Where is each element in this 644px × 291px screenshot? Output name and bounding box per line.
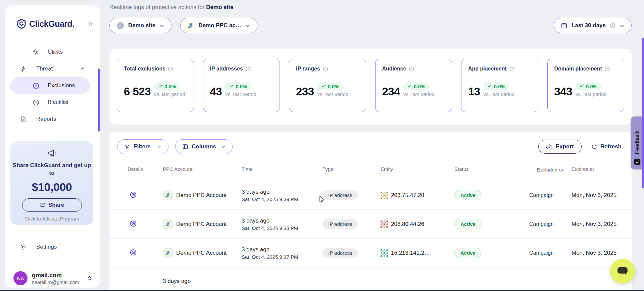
columns-icon [182,144,188,150]
refresh-button[interactable]: Refresh [591,143,622,150]
expires-at-value: Mon, Nov 3, 2025 [567,192,624,199]
chat-launcher-button[interactable] [610,259,635,284]
help-circle-icon[interactable] [409,66,414,72]
help-circle-icon[interactable] [323,66,328,72]
stat-caption: vs. last period [576,91,607,97]
column-header-time: Time [242,166,323,172]
sidebar-item-exclusions[interactable]: Exclusions [10,77,90,94]
globe-icon [116,22,124,30]
view-details-eye-icon[interactable] [130,191,137,198]
stat-value: 6 523 [124,86,151,97]
page-scrollbar[interactable] [642,38,644,188]
stat-card: IP ranges 233 0.0% [289,59,366,112]
ppc-account-selector[interactable]: Demo PPC ac… [180,18,257,33]
account-email: naatali.ro@gmail.com [32,280,87,285]
promo-text: Share ClickGuard and get up to [10,162,93,177]
table-row[interactable]: 3 days ago [109,268,632,290]
scope-filter-bar: Demo site Demo PPC ac… Last 30 days [109,18,632,33]
site-selector-value: Demo site [128,22,155,29]
table-row[interactable]: Demo PPC Account 3 days ago Sat, Oct 4, … [109,239,632,268]
stat-value: 13 [468,86,480,97]
stat-label: IP addresses [210,66,243,72]
entity-identicon [381,221,388,228]
sidebar-item-settings[interactable]: Settings [5,239,100,255]
help-circle-icon[interactable] [168,66,174,72]
stat-value: 234 [382,86,400,97]
sidebar-nav: Clicks Threat Exclusions [5,44,100,128]
ppc-account-name: Demo PPC Account [176,221,227,228]
share-button[interactable]: Share [22,198,82,212]
help-circle-icon[interactable] [509,66,515,72]
help-circle-icon[interactable] [245,66,251,72]
filters-button[interactable]: Filters [117,139,168,154]
status-badge: Active [454,248,482,258]
stat-delta-badge: 0.0% [154,83,180,90]
external-link-icon [40,202,45,208]
sidebar-item-threat[interactable]: Threat [5,60,100,77]
time-relative: 3 days ago [242,246,323,253]
entity-identicon [381,192,388,199]
chevron-up-down-icon[interactable] [87,275,93,282]
sidebar-item-clicks[interactable]: Clicks [5,44,100,60]
excluded-on-value: Campaign [524,192,567,198]
time-relative: 3 days ago [242,217,323,224]
stat-card: Domain placement 343 0.0% [547,59,625,112]
table-row[interactable]: Demo PPC Account 3 days ago Sat, Oct 4, … [109,181,632,210]
export-button[interactable]: Export [538,140,582,154]
trend-up-icon [321,84,326,89]
column-header-entity: Entity [381,166,454,172]
share-button-label: Share [48,202,64,208]
ppc-account-name: Demo PPC Account [176,250,227,256]
column-header-expires-at: Expires at [567,166,624,172]
app-window: ClickGuard. Clicks Threat [0,0,644,291]
view-details-eye-icon[interactable] [130,220,137,227]
time-full: Sat, Oct 4, 2025 9:38 PM [242,225,323,231]
stats-panel: Total exclusions 6 523 0.0% [109,49,632,125]
sidebar-collapse-icon[interactable] [87,20,95,28]
cloud-download-icon [546,144,552,150]
type-badge: IP address [323,219,358,229]
funnel-icon [124,144,130,150]
trend-up-icon [407,84,412,89]
type-badge: IP address [323,190,358,200]
help-circle-icon [610,23,615,29]
date-range-selector[interactable]: Last 30 days [554,18,632,33]
stat-label: Domain placement [554,66,602,72]
chevron-down-icon [245,23,250,28]
google-ads-icon [187,22,194,29]
chevron-up-icon[interactable] [80,66,85,71]
table-row[interactable]: Demo PPC Account 3 days ago Sat, Oct 4, … [109,210,632,239]
exclusions-table-panel: Filters Columns [109,132,632,290]
brand-logo: ClickGuard. [17,19,95,29]
columns-button[interactable]: Columns [175,139,233,154]
stat-caption: vs. last period [317,91,349,97]
stat-delta-badge: 0.0% [317,83,343,90]
sidebar-scrollbar[interactable] [98,68,100,132]
excluded-on-value: Campaign [524,250,567,256]
excluded-on-value: Campaign [524,221,567,227]
sidebar-item-label: Exclusions [48,82,75,89]
view-details-eye-icon[interactable] [130,249,137,256]
calendar-icon [561,22,567,29]
entity-value: 203.75.47.28 [391,192,424,199]
brand-name: ClickGuard. [29,19,87,29]
status-badge: Active [454,219,482,229]
stat-value: 43 [210,86,222,97]
stat-card: IP addresses 43 0.0% [203,59,280,112]
help-circle-icon[interactable] [604,66,610,72]
account-menu[interactable]: NA gmail.com naatali.ro@gmail.com [13,271,93,285]
stat-caption: vs. last period [225,91,256,97]
avatar: NA [13,271,28,285]
page-subtitle: Realtime logs of protective actions for … [109,4,632,11]
site-selector[interactable]: Demo site [109,18,171,33]
column-header-ppc-account: PPC Account [163,166,242,172]
expires-at-value: Mon, Nov 3, 2025 [567,250,624,256]
entity-identicon [381,249,388,257]
sidebar-item-reports[interactable]: Reports [5,111,100,128]
stat-label: App placement [468,66,507,72]
stat-delta-badge: 0.0% [225,83,251,90]
time-full: Sat, Oct 4, 2025 9:39 PM [242,196,323,202]
sidebar-item-blacklist[interactable]: Blacklist [5,94,100,111]
affiliate-promo-card[interactable]: Share ClickGuard and get up to $10,000 S… [10,141,93,225]
trend-up-icon [229,84,234,89]
